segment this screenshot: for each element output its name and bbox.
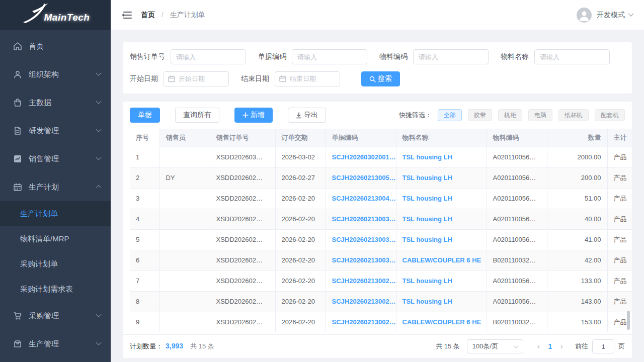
cell-seq: 6 (130, 250, 159, 270)
export-button-label: 导出 (304, 111, 318, 120)
goto-page-input[interactable] (592, 339, 614, 353)
quick-filter-paper-cup-machine[interactable]: 纸杯机 (558, 109, 589, 121)
quick-filter-all[interactable]: 全部 (438, 109, 462, 121)
doc-button[interactable]: 单据 (130, 108, 160, 123)
cell-unit-type: 产品 (607, 188, 632, 209)
material-name-link[interactable]: TSL housing LH (396, 147, 487, 167)
sidebar-item-purchase-management[interactable]: 采购管理 (0, 302, 111, 330)
prev-page-button[interactable]: ‹ (532, 341, 545, 351)
doc-code-link[interactable]: SCJH20260213003… (326, 229, 396, 250)
sidebar-item-label: 生产管理 (29, 339, 59, 349)
table-header-row: 序号 销售员 销售订单号 订单交期 单据编码 物料名称 物料编码 数量 主计 (130, 129, 632, 147)
page-content: 销售订单号 单据编码 物料编码 物料名称 开始日期 (111, 30, 644, 362)
doc-button-label: 单据 (138, 111, 152, 120)
filter-label: 物料名称 (501, 52, 529, 61)
material-name-link[interactable]: TSL housing LH (396, 291, 487, 312)
sidebar-fold-button[interactable] (122, 11, 132, 19)
chip-label: 纸杯机 (565, 111, 583, 120)
end-date-picker[interactable]: 结束日期 (275, 71, 340, 86)
add-button[interactable]: 新增 (234, 108, 273, 123)
cell-salesperson (159, 250, 210, 270)
material-name-link[interactable]: TSL housing LH (396, 188, 487, 209)
material-name-input[interactable] (534, 49, 610, 64)
doc-code-link[interactable]: SCJH20260213003… (326, 209, 396, 229)
plan-qty-label: 计划数量： (130, 342, 163, 351)
sidebar-item-home[interactable]: 首页 (0, 32, 111, 60)
sidebar-item-production-plan[interactable]: 生产计划 (0, 173, 111, 201)
col-salesperson: 销售员 (159, 129, 210, 147)
doc-code-link[interactable]: SCJH20260213003… (326, 250, 396, 270)
table-row: 2 DY XSDD202602… 2026-02-27 SCJH20260213… (130, 167, 632, 188)
material-name-link[interactable]: TSL housing LH (396, 209, 487, 229)
sidebar-item-organization[interactable]: 组织架构 (0, 60, 111, 88)
page-size-select[interactable]: 100条/页 (467, 339, 523, 353)
doc-code-link[interactable]: SCJH20260302001… (326, 147, 396, 167)
cell-sales-order: XSDD202602… (210, 167, 275, 188)
filter-end-date: 结束日期 结束日期 (241, 71, 340, 86)
filter-label: 物料编码 (379, 52, 408, 61)
quick-filter-computer[interactable]: 电脑 (528, 109, 552, 121)
cell-sales-order: XSDD202602… (210, 270, 275, 291)
sidebar-item-label: 首页 (29, 42, 44, 51)
doc-code-link[interactable]: SCJH20260213004… (326, 188, 396, 209)
cell-unit-type: 产品 (607, 229, 632, 250)
user-menu[interactable]: 开发模式 (577, 8, 633, 23)
sales-order-input[interactable] (171, 49, 246, 64)
table-scrollbar[interactable] (627, 311, 630, 330)
start-date-picker[interactable]: 开始日期 (164, 71, 229, 86)
cell-seq: 4 (130, 209, 159, 229)
material-name-link[interactable]: TSL housing LH (396, 270, 487, 291)
sidebar-item-production-management[interactable]: 生产管理 (0, 330, 111, 358)
sidebar-subitem-purchase-plan-demand[interactable]: 采购计划需求表 (0, 277, 111, 302)
doc-code-link[interactable]: SCJH20260213005… (326, 167, 396, 188)
material-name-link[interactable]: CABLEW/COUPLER 6 HE (396, 312, 487, 332)
sidebar-subitem-production-plan-order[interactable]: 生产计划单 (0, 201, 111, 226)
doc-code-link[interactable]: SCJH20260213002… (326, 312, 396, 332)
cell-qty: 2000.00 (547, 147, 607, 167)
sidebar-subitem-bom-mrp[interactable]: 物料清单/MRP (0, 226, 111, 251)
sidebar-subitem-purchase-plan-order[interactable]: 采购计划单 (0, 251, 111, 277)
current-page[interactable]: 1 (545, 342, 555, 350)
sidebar-item-sales-management[interactable]: 销售管理 (0, 145, 111, 173)
table-footer: 计划数量： 3,993 共 15 条 共 15 条 100条/页 ‹ 1 › 前… (123, 334, 632, 358)
export-button[interactable]: 导出 (288, 108, 326, 123)
breadcrumb-home[interactable]: 首页 (141, 11, 155, 19)
cell-qty: 143.00 (547, 291, 607, 312)
sidebar: MainTech 首页 组织架构 主数据 研发管理 销售管理 生 (0, 0, 111, 362)
calendar-icon (13, 183, 22, 192)
plan-qty-value: 3,993 (166, 342, 183, 350)
filter-doc-code: 单据编码 (258, 49, 367, 64)
search-button[interactable]: 搜索 (361, 71, 400, 86)
chevron-down-icon (96, 127, 101, 132)
query-all-button[interactable]: 查询所有 (175, 108, 219, 123)
next-page-button[interactable]: › (555, 341, 568, 351)
cell-seq: 7 (130, 270, 159, 291)
cart-icon (13, 311, 22, 320)
quick-filter-kit-machine[interactable]: 配套机 (595, 109, 625, 121)
quick-filter-tape[interactable]: 胶带 (468, 109, 492, 121)
sidebar-item-master-data[interactable]: 主数据 (0, 88, 111, 117)
person-icon (577, 8, 592, 23)
cell-salesperson (159, 312, 210, 332)
cell-unit-type: 产品 (607, 167, 632, 188)
sidebar-item-label: 采购管理 (29, 311, 59, 321)
filter-label: 开始日期 (130, 74, 158, 83)
cell-seq: 2 (130, 167, 159, 188)
doc-code-input[interactable] (292, 49, 367, 64)
doc-code-link[interactable]: SCJH20260213002… (326, 270, 396, 291)
col-material-name: 物料名称 (396, 129, 487, 147)
sidebar-item-rd-management[interactable]: 研发管理 (0, 117, 111, 145)
cell-delivery-date: 2026-02-20 (275, 250, 326, 270)
cell-qty: 200.00 (547, 167, 607, 188)
material-name-link[interactable]: TSL housing LH (396, 229, 487, 250)
col-doc-code: 单据编码 (326, 129, 396, 147)
table-row: 8 XSDD202602… 2026-02-20 SCJH20260213002… (130, 291, 632, 312)
material-code-input[interactable] (413, 49, 489, 64)
cell-sales-order: XSDD202602… (210, 229, 275, 250)
doc-code-link[interactable]: SCJH20260213002… (326, 291, 396, 312)
query-all-label: 查询所有 (183, 111, 211, 120)
filter-material-code: 物料编码 (379, 49, 489, 64)
material-name-link[interactable]: TSL housing LH (396, 167, 487, 188)
quick-filter-cabinet[interactable]: 机柜 (498, 109, 522, 121)
material-name-link[interactable]: CABLEW/COUPLER 6 HE (396, 250, 487, 270)
